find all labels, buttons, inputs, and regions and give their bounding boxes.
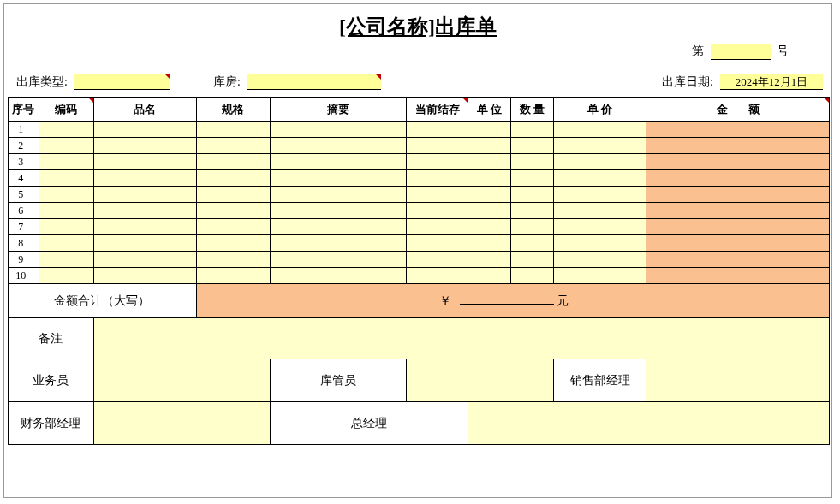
cell-price[interactable] [554,219,646,235]
cell-price[interactable] [554,170,646,187]
cell-name[interactable] [93,187,196,203]
cell-unit[interactable] [468,252,511,268]
cell-spec[interactable] [196,187,270,203]
cell-code[interactable] [39,203,93,219]
cell-code[interactable] [39,154,93,170]
cell-stock[interactable] [407,138,468,154]
cell-summary[interactable] [270,219,407,235]
cell-amount[interactable] [646,138,830,154]
cell-qty[interactable] [511,203,554,219]
biz-input[interactable] [93,359,270,402]
cell-code[interactable] [39,170,93,187]
cell-code[interactable] [39,268,93,284]
cell-summary[interactable] [270,235,407,252]
total-body[interactable]: ￥ 元 [196,284,829,318]
cell-qty[interactable] [511,154,554,170]
sheet-no-input[interactable] [711,44,771,60]
cell-unit[interactable] [468,268,511,284]
cell-amount[interactable] [646,268,830,284]
cell-price[interactable] [554,235,646,252]
type-input[interactable] [74,74,170,90]
cell-price[interactable] [554,203,646,219]
cell-qty[interactable] [511,219,554,235]
cell-summary[interactable] [270,122,407,138]
cell-qty[interactable] [511,170,554,187]
cell-summary[interactable] [270,170,407,187]
cell-unit[interactable] [468,219,511,235]
cell-unit[interactable] [468,138,511,154]
cell-name[interactable] [93,138,196,154]
date-input[interactable]: 2024年12月1日 [720,74,823,90]
cell-name[interactable] [93,268,196,284]
cell-price[interactable] [554,154,646,170]
cell-code[interactable] [39,219,93,235]
wh-input[interactable] [407,359,554,402]
cell-spec[interactable] [196,122,270,138]
cell-qty[interactable] [511,268,554,284]
cell-spec[interactable] [196,268,270,284]
cell-qty[interactable] [511,235,554,252]
cell-code[interactable] [39,187,93,203]
gm-input[interactable] [468,402,830,445]
cell-unit[interactable] [468,154,511,170]
cell-qty[interactable] [511,187,554,203]
cell-summary[interactable] [270,138,407,154]
cell-code[interactable] [39,122,93,138]
cell-stock[interactable] [407,252,468,268]
cell-price[interactable] [554,187,646,203]
cell-spec[interactable] [196,203,270,219]
cell-stock[interactable] [407,170,468,187]
cell-stock[interactable] [407,187,468,203]
cell-spec[interactable] [196,252,270,268]
cell-amount[interactable] [646,170,830,187]
cell-name[interactable] [93,170,196,187]
cell-summary[interactable] [270,203,407,219]
cell-amount[interactable] [646,122,830,138]
cell-unit[interactable] [468,122,511,138]
cell-spec[interactable] [196,170,270,187]
cell-qty[interactable] [511,122,554,138]
cell-name[interactable] [93,154,196,170]
cell-amount[interactable] [646,219,830,235]
cell-amount[interactable] [646,252,830,268]
cell-name[interactable] [93,252,196,268]
cell-spec[interactable] [196,219,270,235]
cell-unit[interactable] [468,203,511,219]
fin-mgr-input[interactable] [93,402,270,445]
cell-spec[interactable] [196,138,270,154]
cell-stock[interactable] [407,154,468,170]
cell-summary[interactable] [270,268,407,284]
warehouse-input[interactable] [247,74,381,90]
cell-name[interactable] [93,122,196,138]
cell-price[interactable] [554,138,646,154]
cell-stock[interactable] [407,235,468,252]
cell-spec[interactable] [196,154,270,170]
sales-mgr-input[interactable] [646,359,830,402]
cell-amount[interactable] [646,203,830,219]
cell-summary[interactable] [270,187,407,203]
cell-qty[interactable] [511,138,554,154]
cell-name[interactable] [93,235,196,252]
cell-amount[interactable] [646,235,830,252]
cell-code[interactable] [39,235,93,252]
cell-unit[interactable] [468,235,511,252]
cell-code[interactable] [39,252,93,268]
cell-stock[interactable] [407,203,468,219]
cell-qty[interactable] [511,252,554,268]
cell-stock[interactable] [407,122,468,138]
cell-name[interactable] [93,203,196,219]
remark-input[interactable] [93,318,829,359]
cell-unit[interactable] [468,187,511,203]
cell-price[interactable] [554,122,646,138]
cell-summary[interactable] [270,252,407,268]
cell-stock[interactable] [407,268,468,284]
cell-price[interactable] [554,252,646,268]
cell-code[interactable] [39,138,93,154]
cell-name[interactable] [93,219,196,235]
cell-stock[interactable] [407,219,468,235]
cell-spec[interactable] [196,235,270,252]
cell-summary[interactable] [270,154,407,170]
cell-amount[interactable] [646,187,830,203]
cell-unit[interactable] [468,170,511,187]
cell-price[interactable] [554,268,646,284]
